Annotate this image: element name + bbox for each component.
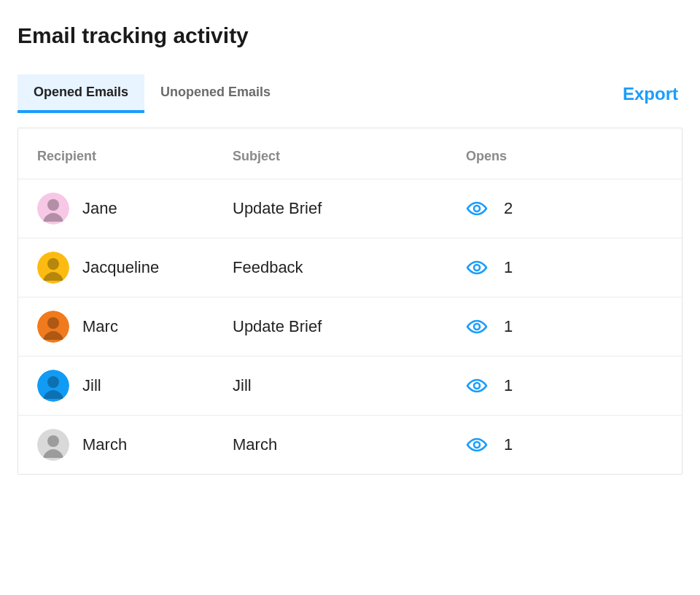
recipient-name: Jane: [82, 199, 117, 218]
opens-count: 1: [504, 258, 513, 277]
avatar: [37, 192, 69, 225]
svg-point-5: [474, 265, 480, 271]
email-subject: Update Brief: [233, 199, 322, 217]
table-row[interactable]: Jane Update Brief 2: [18, 179, 682, 238]
avatar: [37, 429, 69, 461]
svg-point-14: [474, 442, 480, 448]
table-row[interactable]: Marc Update Brief 1: [18, 297, 682, 356]
svg-point-1: [47, 199, 59, 211]
tracking-table: Recipient Subject Opens Jane Update Brie…: [18, 128, 682, 475]
table-row[interactable]: Jill Jill 1: [18, 356, 682, 415]
tabs: Opened Emails Unopened Emails: [18, 74, 287, 113]
page-title: Email tracking activity: [18, 23, 682, 48]
avatar: [37, 311, 69, 343]
recipient-name: Jill: [82, 376, 101, 395]
svg-point-2: [474, 206, 480, 211]
opens-count: 2: [504, 199, 513, 218]
svg-point-11: [474, 383, 480, 389]
table-header: Recipient Subject Opens: [18, 128, 682, 179]
col-header-opens: Opens: [466, 149, 663, 164]
recipient-name: Marc: [82, 317, 118, 336]
avatar: [37, 370, 69, 402]
table-row[interactable]: March March 1: [18, 415, 682, 474]
col-header-subject: Subject: [233, 149, 466, 164]
svg-point-8: [474, 324, 480, 330]
eye-icon: [466, 438, 488, 452]
export-button[interactable]: Export: [623, 84, 682, 104]
eye-icon: [466, 201, 488, 216]
opens-count: 1: [504, 435, 513, 454]
email-subject: Feedback: [233, 258, 303, 276]
email-subject: Update Brief: [233, 317, 322, 335]
opens-count: 1: [504, 376, 513, 395]
svg-point-10: [47, 376, 59, 388]
opens-count: 1: [504, 317, 513, 336]
eye-icon: [466, 378, 488, 393]
svg-point-7: [47, 317, 59, 329]
table-row[interactable]: Jacqueline Feedback 1: [18, 238, 682, 297]
tab-opened-emails[interactable]: Opened Emails: [18, 74, 144, 113]
tab-bar: Opened Emails Unopened Emails Export: [18, 74, 682, 113]
eye-icon: [466, 260, 488, 275]
recipient-name: Jacqueline: [82, 258, 159, 277]
recipient-name: March: [82, 435, 127, 454]
col-header-recipient: Recipient: [37, 149, 233, 164]
email-subject: Jill: [233, 376, 252, 394]
email-subject: March: [233, 435, 277, 454]
avatar: [37, 252, 69, 284]
eye-icon: [466, 319, 488, 334]
svg-point-13: [47, 435, 59, 447]
tab-unopened-emails[interactable]: Unopened Emails: [144, 74, 287, 113]
svg-point-4: [47, 258, 59, 270]
